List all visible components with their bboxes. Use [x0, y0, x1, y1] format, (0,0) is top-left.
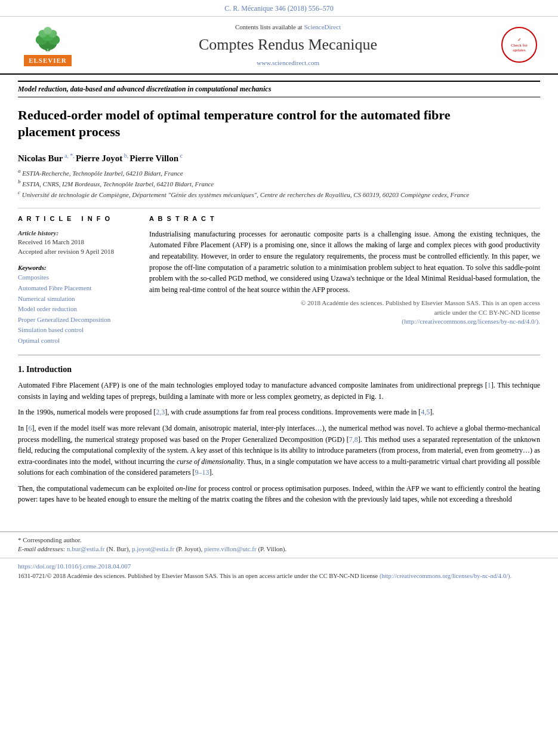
available-text: Contents lists available at ScienceDirec… — [84, 23, 492, 32]
title-area: Reduced-order model of optimal temperatu… — [18, 102, 540, 146]
history-label: Article history: — [18, 229, 137, 238]
corresponding-label: * Corresponding author. — [18, 536, 540, 545]
keyword-model-order: Model order reduction — [18, 304, 137, 315]
affiliations: a ESTIA-Recherche, Technopôle Izarbel, 6… — [18, 167, 540, 199]
keywords-section: Keywords: Composites Automated Fibre Pla… — [18, 263, 137, 346]
email-bur[interactable]: n.bur@estia.fr — [67, 545, 104, 552]
intro-para-1: Automated Fibre Placement (AFP) is one o… — [18, 380, 540, 402]
check-updates-badge-area: ✓ Check for updates — [492, 27, 546, 63]
doi-link[interactable]: https://doi.org/10.1016/j.crme.2018.04.0… — [18, 562, 540, 571]
footer-license: 1631-0721/© 2018 Académie des sciences. … — [18, 572, 540, 581]
elsevier-logo-area: ELSEVIER — [12, 24, 84, 66]
elsevier-label: ELSEVIER — [24, 55, 72, 66]
check-updates-badge: ✓ Check for updates — [501, 27, 537, 63]
introduction-section: 1. Introduction Automated Fibre Placemen… — [18, 364, 540, 506]
section-divider — [18, 355, 540, 355]
cc-license-link[interactable]: (http://creativecommons.org/licenses/by-… — [402, 318, 540, 325]
copyright-text: © 2018 Académie des sciences. Published … — [149, 299, 540, 326]
abstract-column: A B S T R A C T Industrialising manufact… — [149, 214, 540, 346]
article-history: Article history: Received 16 March 2018 … — [18, 229, 137, 256]
journal-header: ELSEVIER Contents lists available at Sci… — [0, 17, 558, 75]
two-column-layout: A R T I C L E I N F O Article history: R… — [18, 208, 540, 346]
intro-para-4: Then, the computational vademecum can be… — [18, 483, 540, 505]
email-addresses: E-mail addresses: n.bur@estia.fr (N. Bur… — [18, 545, 540, 554]
intro-para-2: In the 1990s, numerical models were prop… — [18, 407, 540, 418]
affiliation-a: a ESTIA-Recherche, Technopôle Izarbel, 6… — [18, 167, 540, 178]
sciencedirect-link[interactable]: ScienceDirect — [304, 23, 341, 30]
email-villon[interactable]: pierre.villon@utc.fr — [204, 545, 257, 552]
svg-point-7 — [44, 27, 52, 35]
keywords-label: Keywords: — [18, 263, 137, 272]
affiliation-c: c Université de technologie de Compiègne… — [18, 189, 540, 199]
footer-license-link[interactable]: (http://creativecommons.org/licenses/by-… — [380, 573, 511, 579]
intro-para-3: In [6], even if the model itself was mor… — [18, 423, 540, 478]
keyword-numerical: Numerical simulation — [18, 294, 137, 305]
article-info-column: A R T I C L E I N F O Article history: R… — [18, 214, 137, 346]
footer-bar: https://doi.org/10.1016/j.crme.2018.04.0… — [0, 558, 558, 585]
section-tag: Model reduction, data-based and advanced… — [18, 81, 540, 97]
received-date: Received 16 March 2018 — [18, 238, 137, 247]
keyword-afp: Automated Fibre Placement — [18, 283, 137, 294]
keyword-composites: Composites — [18, 272, 137, 283]
abstract-heading: A B S T R A C T — [149, 214, 540, 223]
authors-line: Nicolas Bur a, *, Pierre Joyot b, Pierre… — [18, 152, 540, 165]
abstract-text: Industrialising manufacturing processes … — [149, 229, 540, 296]
elsevier-tree-icon — [27, 24, 69, 54]
keyword-sim-control: Simulation based control — [18, 325, 137, 336]
paper-title: Reduced-order model of optimal temperatu… — [18, 107, 507, 141]
author-nicolas: Nicolas Bur a, *, — [18, 152, 75, 165]
author-pierre-joyot: Pierre Joyot b, — [76, 152, 128, 165]
accepted-date: Accepted after revision 9 April 2018 — [18, 247, 137, 256]
intro-heading: 1. Introduction — [18, 364, 540, 376]
email-joyot[interactable]: p.joyot@estia.fr — [132, 545, 174, 552]
keyword-pgd: Proper Generalized Decomposition — [18, 315, 137, 325]
keyword-optimal: Optimal control — [18, 336, 137, 346]
journal-title: Comptes Rendus Mecanique — [84, 34, 492, 56]
article-info-heading: A R T I C L E I N F O — [18, 214, 137, 223]
journal-center-info: Contents lists available at ScienceDirec… — [84, 23, 492, 67]
journal-url[interactable]: www.sciencedirect.com — [84, 59, 492, 67]
journal-reference: C. R. Mécanique 346 (2018) 556–570 — [0, 0, 558, 17]
author-pierre-villon: Pierre Villon c — [130, 152, 183, 165]
svg-rect-9 — [47, 50, 49, 52]
paper-content: Model reduction, data-based and advanced… — [0, 75, 558, 522]
footnote-section: * Corresponding author. E-mail addresses… — [0, 531, 558, 558]
affiliation-b: b ESTIA, CNRS, I2M Bordeaux, Technopôle … — [18, 178, 540, 189]
